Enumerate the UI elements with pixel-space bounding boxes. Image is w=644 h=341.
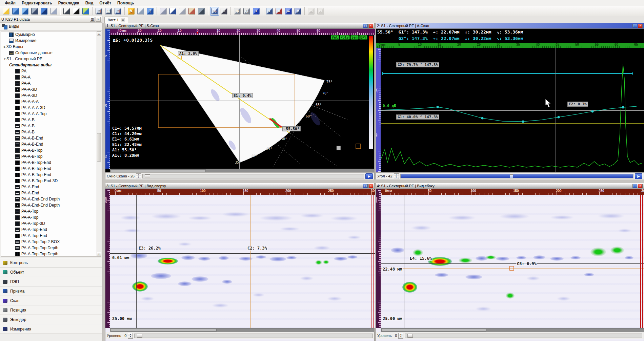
report-table-button[interactable] [136,7,145,16]
menu-раскладка[interactable]: Раскладка [56,0,82,6]
tree-item-pa-a-top-3d[interactable]: PA-A-Top-3D [1,220,97,227]
accordion-scan[interactable]: Скан [0,296,102,305]
side-view-cscan[interactable]: E4: 15.6%C3: 6.9%22.48 мм25.00 мм [381,195,644,328]
panel1-restore-icon[interactable]: ▢ [363,24,368,28]
tree-item-pa-a[interactable]: PA-A [1,74,97,80]
arrow-closed-icon[interactable]: ▶ [3,45,6,48]
views-header[interactable]: Виды [0,23,102,30]
dock-title-bar[interactable]: UT023-P1.utdata ⊡ × [0,16,102,23]
tree-item-pa-a-3d[interactable]: PA-A-3D [1,86,97,92]
tree-item-измерение[interactable]: Измерение [1,38,97,44]
panel1-close-icon[interactable]: × [368,24,373,28]
scan-window-spinner[interactable]: ▲▼ [136,173,141,179]
panel2-close-icon[interactable]: × [638,24,643,28]
dock-close-icon[interactable]: × [96,17,101,22]
tree-item-pa-a-end[interactable]: PA-A-End [1,184,97,190]
palette-button[interactable] [187,7,196,16]
tree-item-стандартные-виды[interactable]: Стандартные виды [1,62,97,68]
tree-item-pa-a-top-top-depth[interactable]: PA-A-Top-Top Depth [1,251,97,257]
level-spinner-3[interactable]: ▲▼ [128,333,133,339]
scroll-up-icon[interactable]: ▲ [97,31,101,36]
export-data-button[interactable] [49,7,58,16]
panel2-restore-icon[interactable]: ▢ [632,24,637,28]
dock-pin-icon[interactable]: ⊡ [90,17,95,22]
report-page-button[interactable] [178,7,187,16]
panel4-hscroll[interactable] [381,328,644,332]
play-button[interactable]: ▶ [365,173,373,179]
gate-anchor-square[interactable] [509,266,514,271]
tree-item-pa-a-b[interactable]: PA-A-B [1,117,97,123]
tree-item-pa-a-a-a[interactable]: PA-A-A-A [1,99,97,105]
save-file-button[interactable] [30,7,39,16]
panel4-close-icon[interactable]: × [638,184,643,188]
contrast-view-button[interactable] [72,7,81,16]
tree-item-собранные-данные[interactable]: Собранные данные [1,50,97,56]
tree-item-pa-a-top-top-depth[interactable]: PA-A-Top-Top Depth [1,245,97,251]
tree-item-pa-a-end-end-depth[interactable]: PA-A-End-End Depth [1,202,97,208]
add-view-button[interactable]: + [265,7,274,16]
level-scrollbar-4[interactable] [405,334,642,338]
panel1-hscroll[interactable] [110,169,374,172]
open-data-button[interactable] [21,7,29,16]
tree-item-pa-a-b[interactable]: PA-A-B [1,129,97,135]
layout-two-rows-button[interactable]: ⊟ [95,7,103,16]
scan-cursor-horizontal[interactable] [110,253,375,254]
import-data-button[interactable] [40,7,48,16]
accordion-position[interactable]: Позиция [0,305,102,315]
probe-setup-button[interactable] [197,7,206,16]
tree-item-pa-a-b-top[interactable]: PA-A-B-Top [1,147,97,153]
angle-spinner[interactable]: ▲▼ [394,173,399,179]
tree-item-pa-a-top[interactable]: PA-A-Top [1,214,97,220]
tree-item-pa-a-b-top-end[interactable]: PA-A-B-Top-End [1,166,97,172]
layout-grid-button[interactable]: ⊞ [114,7,122,16]
zoom-out-button[interactable]: ⊖ [242,7,251,16]
tree-scrollbar[interactable]: ▲ ▼ [97,31,101,257]
merge-cells-button[interactable]: ▭ [307,7,316,16]
scan-cursor-vertical[interactable] [404,195,404,328]
help-button[interactable]: ? [146,7,155,16]
tree-item-pa-a-3d[interactable]: PA-A-3D [1,92,97,99]
frame-tool-button[interactable] [168,7,177,16]
tree-item-s1-секторный-pe[interactable]: ▼S1 - Секторный PE [1,56,97,62]
layout-editor-button[interactable] [62,7,71,16]
tree-item-3d-виды[interactable]: ▶3D Виды [1,44,97,50]
accordion-object[interactable]: Объект [0,268,102,277]
scan-cursor-horizontal[interactable] [381,263,644,264]
level-scrollbar-3[interactable] [134,334,373,338]
panel4-title-bar[interactable]: 4: S1 - Секторный PE | Вид сбоку ▢ × [376,183,644,189]
tree-item-pa-a-top[interactable]: PA-A-Top [1,208,97,214]
zoom-in-button[interactable]: ⊕ [233,7,242,16]
tree-item-pa-a-b-top-end[interactable]: PA-A-B-Top-End [1,172,97,178]
tree-item-pa-a-top-top-2-box[interactable]: PA-A-Top-Top 2-BOX [1,239,97,245]
tab-sheet1[interactable]: Лист 1 ▣ [104,17,128,23]
eraser-button[interactable] [159,7,168,16]
panel3-hscroll[interactable] [110,328,374,332]
tree-item-pa-a-b-end[interactable]: PA-A-B-End [1,135,97,141]
globe-view-button[interactable] [81,7,90,16]
panel2-title-bar[interactable]: 2: S1 - Секторный PE | A-Скан ▢ × [376,23,644,29]
tree-item-pa-a-b-top-end[interactable]: PA-A-B-Top-End [1,159,97,166]
sscan-view[interactable]: 75°70°65°60°50°45°40°35° дБ: +0.0(28.3)S… [110,35,369,169]
scan-cursor-vertical[interactable] [136,195,137,328]
gate-cursor-vertical[interactable] [250,195,250,328]
tree-item-pa-a-end[interactable]: PA-A-End [1,190,97,196]
tree-item-pa-a-a-a-3d[interactable]: PA-A-A-A-3D [1,105,97,111]
scroll-thumb[interactable] [97,133,101,162]
panel1-title-bar[interactable]: 1: S1 - Секторный PE | S-Скан ▢ × [105,23,374,29]
tab-close-icon[interactable]: ▣ [121,18,125,22]
accordion-measurements[interactable]: Измерения [0,324,102,334]
angle-scrollbar[interactable] [400,174,633,178]
annotate-button[interactable]: ✎ [127,7,136,16]
menu-отчёт[interactable]: Отчёт [97,0,114,6]
tree-item-pa-a-end-end-depth[interactable]: PA-A-End-End Depth [1,196,97,202]
panel3-close-icon[interactable]: × [368,184,373,188]
panel4-restore-icon[interactable]: ▢ [632,184,637,188]
gain-percent-button[interactable]: % [210,7,219,16]
level-spinner-4[interactable]: ▲▼ [398,333,403,339]
arrow-open-icon[interactable]: ▼ [3,58,6,61]
tree-item-pa-a-b[interactable]: PA-A-B [1,123,97,129]
tree-item-pa-a-b-top-end-3d[interactable]: PA-A-B-Top-End-3D [1,178,97,184]
new-file-button[interactable] [2,7,11,16]
tree-item-pa-a-a-a-top[interactable]: PA-A-A-A-Top [1,111,97,117]
pan-view-button[interactable]: + [252,7,261,16]
